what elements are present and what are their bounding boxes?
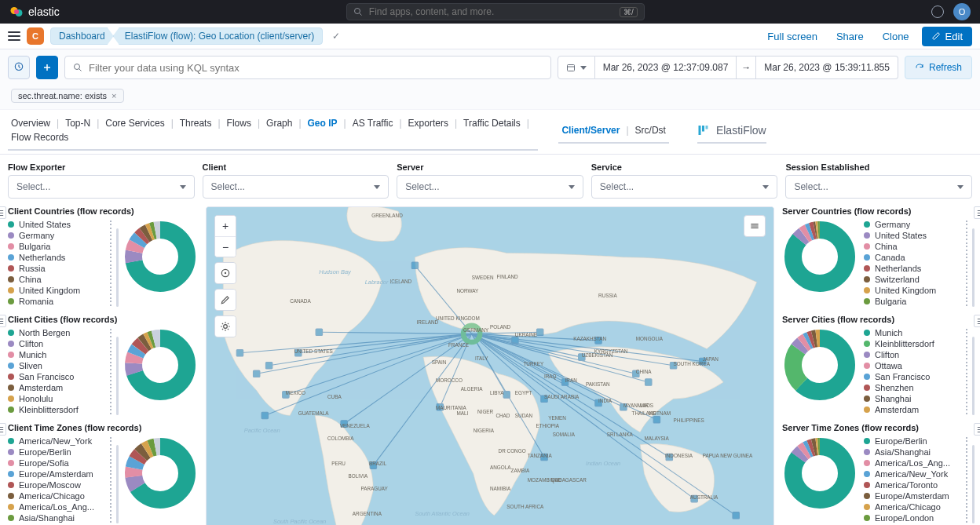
legend-toggle-icon[interactable]: ☰ — [0, 206, 6, 219]
tab-traffic-details[interactable]: Traffic Details — [460, 116, 524, 130]
more-icon[interactable]: ⋮ — [105, 459, 116, 467]
more-icon[interactable]: ⋮ — [105, 384, 116, 392]
query-filter-button[interactable] — [8, 56, 30, 79]
draw-shape-button[interactable] — [215, 290, 236, 310]
legend-item[interactable]: Munich⋮ — [8, 349, 116, 360]
map-settings-button[interactable] — [215, 316, 236, 337]
more-icon[interactable]: ⋮ — [961, 351, 972, 359]
legend-item[interactable]: Clifton⋮ — [864, 349, 972, 360]
more-icon[interactable]: ⋮ — [961, 264, 972, 272]
legend-item[interactable]: America/New_York⋮ — [864, 468, 972, 479]
legend-item[interactable]: Germany⋮ — [864, 219, 972, 230]
breadcrumb-root[interactable]: Dashboard — [50, 27, 114, 45]
geo-map-panel[interactable]: GREENLANDICELANDNORWAYSWEDENFINLANDUNITE… — [206, 206, 774, 525]
legend-item[interactable]: Kleinblittersdorf⋮ — [8, 404, 116, 415]
date-menu-button[interactable] — [558, 56, 595, 79]
remove-filter-icon[interactable]: × — [112, 91, 116, 100]
more-icon[interactable]: ⋮ — [961, 242, 972, 250]
more-icon[interactable]: ⋮ — [105, 275, 116, 283]
legend-item[interactable]: Sliven⋮ — [8, 360, 116, 371]
donut-chart[interactable] — [782, 327, 858, 403]
edit-button[interactable]: Edit — [922, 27, 972, 46]
legend-item[interactable]: Amsterdam⋮ — [8, 382, 116, 393]
tab-top-n[interactable]: Top-N — [62, 116, 93, 130]
legend-item[interactable]: Europe/London⋮ — [864, 512, 972, 523]
more-icon[interactable]: ⋮ — [105, 286, 116, 294]
elastic-logo[interactable]: elastic — [9, 5, 60, 19]
legend-toggle-icon[interactable]: ☰ — [974, 315, 980, 327]
legend-item[interactable]: Europe/Berlin⋮ — [8, 447, 116, 458]
fit-bounds-button[interactable] — [215, 263, 236, 283]
legend-item[interactable]: America/Toronto⋮ — [864, 479, 972, 490]
space-badge[interactable]: C — [27, 27, 44, 45]
legend-item[interactable]: Amsterdam⋮ — [864, 404, 972, 415]
layers-toggle[interactable] — [744, 215, 766, 237]
filter-select[interactable]: Select... — [8, 175, 195, 199]
more-icon[interactable]: ⋮ — [961, 384, 972, 392]
zoom-in-button[interactable]: + — [215, 216, 236, 236]
more-icon[interactable]: ⋮ — [105, 373, 116, 381]
donut-chart[interactable] — [122, 219, 198, 294]
more-icon[interactable]: ⋮ — [961, 232, 972, 239]
tab-client-server[interactable]: Client/Server — [558, 123, 623, 137]
tab-exporters[interactable]: Exporters — [405, 116, 452, 130]
tab-core-services[interactable]: Core Services — [102, 116, 167, 130]
legend-item[interactable]: Romania⋮ — [8, 296, 116, 307]
more-icon[interactable]: ⋮ — [105, 470, 116, 478]
legend-toggle-icon[interactable]: ☰ — [0, 315, 6, 327]
legend-item[interactable]: Netherlands⋮ — [8, 252, 116, 263]
more-icon[interactable]: ⋮ — [105, 340, 116, 348]
clone-link[interactable]: Clone — [876, 27, 916, 46]
more-icon[interactable]: ⋮ — [105, 253, 116, 261]
legend-item[interactable]: America/New_York⋮ — [8, 436, 116, 447]
legend-item[interactable]: Shanghai⋮ — [864, 393, 972, 404]
legend-item[interactable]: Munich⋮ — [864, 327, 972, 338]
zoom-out-button[interactable]: − — [215, 236, 236, 257]
more-icon[interactable]: ⋮ — [105, 351, 116, 359]
legend-item[interactable]: United States⋮ — [864, 230, 972, 241]
filter-chip[interactable]: sec.threat.name: exists × — [11, 89, 124, 103]
legend-item[interactable]: Europe/Berlin⋮ — [864, 436, 972, 447]
more-icon[interactable]: ⋮ — [961, 514, 972, 522]
kql-input[interactable] — [89, 62, 543, 74]
global-search[interactable]: ⌘/ — [346, 3, 645, 20]
more-icon[interactable]: ⋮ — [105, 395, 116, 403]
more-icon[interactable]: ⋮ — [961, 503, 972, 511]
legend-item[interactable]: America/Chicago⋮ — [864, 501, 972, 512]
legend-item[interactable]: Shenzhen⋮ — [864, 382, 972, 393]
tab-flow-records[interactable]: Flow Records — [8, 130, 71, 144]
world-map[interactable]: GREENLANDICELANDNORWAYSWEDENFINLANDUNITE… — [207, 207, 773, 525]
legend-item[interactable]: Europe/Sofia⋮ — [8, 458, 116, 468]
more-icon[interactable]: ⋮ — [961, 395, 972, 403]
legend-toggle-icon[interactable]: ☰ — [974, 423, 980, 436]
global-search-input[interactable] — [369, 6, 613, 17]
more-icon[interactable]: ⋮ — [105, 362, 116, 370]
tab-graph[interactable]: Graph — [263, 116, 295, 130]
more-icon[interactable]: ⋮ — [961, 492, 972, 500]
tab-src-dst[interactable]: Src/Dst — [632, 123, 669, 137]
donut-chart[interactable] — [782, 436, 858, 511]
date-from[interactable]: Mar 26, 2023 @ 12:37:09.087 — [595, 56, 737, 79]
tab-geo-ip[interactable]: Geo IP — [305, 116, 341, 130]
legend-item[interactable]: Honolulu⋮ — [8, 393, 116, 404]
add-filter-button[interactable] — [36, 56, 58, 79]
nav-toggle[interactable] — [8, 31, 20, 41]
filter-select[interactable]: Select... — [203, 175, 389, 199]
refresh-button[interactable]: Refresh — [905, 56, 972, 79]
more-icon[interactable]: ⋮ — [961, 297, 972, 305]
legend-item[interactable]: Bulgaria⋮ — [864, 296, 972, 307]
legend-item[interactable]: United Kingdom⋮ — [8, 285, 116, 296]
tab-threats[interactable]: Threats — [177, 116, 215, 130]
filter-select[interactable]: Select... — [397, 175, 583, 199]
tab-as-traffic[interactable]: AS Traffic — [349, 116, 397, 130]
more-icon[interactable]: ⋮ — [961, 448, 972, 456]
more-icon[interactable]: ⋮ — [105, 437, 116, 445]
legend-item[interactable]: America/Chicago⋮ — [8, 490, 116, 501]
legend-item[interactable]: United States⋮ — [8, 219, 116, 230]
more-icon[interactable]: ⋮ — [961, 406, 972, 414]
more-icon[interactable]: ⋮ — [105, 232, 116, 239]
legend-item[interactable]: China⋮ — [8, 274, 116, 285]
fullscreen-link[interactable]: Full screen — [761, 27, 824, 46]
more-icon[interactable]: ⋮ — [961, 470, 972, 478]
legend-item[interactable]: China⋮ — [864, 241, 972, 252]
